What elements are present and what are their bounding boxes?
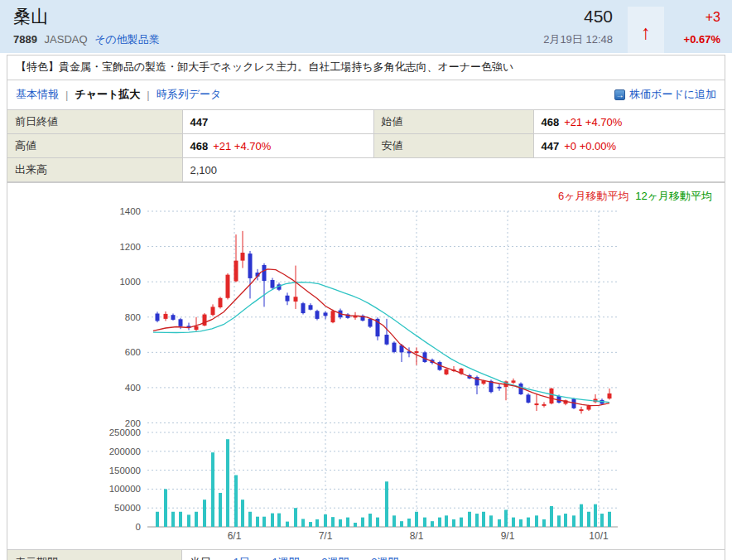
tab-chart-enlarge: チャート拡大 [75,87,140,102]
display-period-row: 表示期間 当日 ・1日 ・1週間 ・2週間 ・3週間 [7,549,725,560]
svg-text:0: 0 [136,522,141,532]
svg-text:50000: 50000 [114,503,141,513]
stock-chart-svg: 1400120010008006004002002500002000001500… [7,183,725,548]
svg-text:150000: 150000 [109,466,141,476]
svg-text:8/1: 8/1 [410,530,424,542]
period-separator: ・ [259,556,270,560]
svg-text:600: 600 [125,347,141,357]
price-change: +3 [669,8,720,27]
label-low: 安値 [373,134,533,158]
period-separator: ・ [309,556,320,560]
tab-time-series[interactable]: 時系列データ [157,87,222,102]
svg-text:400: 400 [125,383,141,393]
table-row: 高値 468+21 +4.70% 安値 447+0 +0.00% [7,134,725,158]
stock-identity: 桑山 7889 JASDAQ その他製品業 [13,7,160,53]
table-row: 前日終値 447 始値 468+21 +4.70% [7,110,725,134]
add-to-board-link[interactable]: → 株価ボードに追加 [614,87,716,102]
stock-header: 桑山 7889 JASDAQ その他製品業 450 2月19日 12:48 ↑ … [0,0,732,55]
period-option-1day[interactable]: 1日 [234,556,250,560]
svg-text:1200: 1200 [119,242,141,252]
stock-market: JASDAQ [45,33,88,46]
svg-text:1400: 1400 [119,206,141,216]
table-row: 出来高 2,100 [7,158,725,182]
price-direction-box: ↑ [628,7,664,53]
value-open: 468+21 +4.70% [533,110,725,134]
current-price: 450 [543,7,613,27]
stock-code-line: 7889 JASDAQ その他製品業 [13,32,160,47]
value-high: 468+21 +4.70% [182,134,373,158]
svg-text:6/1: 6/1 [228,530,242,542]
period-option-3week[interactable]: 3週間 [371,556,398,560]
value-low: 447+0 +0.00% [533,134,725,158]
value-prev-close: 447 [182,110,373,134]
svg-text:1000: 1000 [119,277,141,287]
svg-text:250000: 250000 [109,427,141,437]
content-box: 【特色】貴金属・宝飾品の製造・卸大手でネックレス主力。自社工場持ち多角化志向、オ… [7,55,725,560]
label-open: 始値 [373,110,533,134]
company-feature-text: 【特色】貴金属・宝飾品の製造・卸大手でネックレス主力。自社工場持ち多角化志向、オ… [7,55,725,80]
svg-text:200000: 200000 [109,447,141,456]
svg-text:9/1: 9/1 [501,530,515,542]
svg-text:800: 800 [125,312,141,322]
period-option-1week[interactable]: 1週間 [272,556,299,560]
period-option-2week[interactable]: 2週間 [321,556,349,560]
nav-tabs: 基本情報 | チャート拡大 | 時系列データ → 株価ボードに追加 [7,80,725,109]
label-prev-close: 前日終値 [7,110,182,134]
quote-datetime: 2月19日 12:48 [543,32,613,47]
value-volume: 2,100 [182,158,725,182]
industry-link[interactable]: その他製品業 [94,33,160,46]
label-volume: 出来高 [7,158,182,182]
add-arrow-icon: → [614,89,625,100]
up-arrow-icon: ↑ [641,22,651,42]
tab-basic-info[interactable]: 基本情報 [16,87,59,102]
display-period-label: 表示期間 [7,550,182,560]
stock-name: 桑山 [13,7,160,27]
svg-text:10/1: 10/1 [589,530,609,542]
svg-text:7/1: 7/1 [319,530,333,542]
svg-text:100000: 100000 [109,484,141,494]
period-option-current: 当日 [190,556,211,560]
stock-chart: 6ヶ月移動平均 12ヶ月移動平均 14001200100080060040020… [7,182,725,549]
period-separator: ・ [221,556,232,560]
svg-text:200: 200 [125,418,141,428]
label-high: 高値 [7,134,182,158]
price-summary: 450 2月19日 12:48 ↑ +3 +0.67% [543,7,720,53]
price-change-percent: +0.67% [669,33,720,46]
tab-separator: | [147,89,149,101]
tab-separator: | [65,89,68,101]
display-period-options: 当日 ・1日 ・1週間 ・2週間 ・3週間 [182,550,406,560]
period-separator: ・ [359,556,369,560]
stock-code: 7889 [13,33,37,46]
quote-table: 前日終値 447 始値 468+21 +4.70% 高値 468+21 +4.7… [7,109,725,182]
add-to-board-label: 株価ボードに追加 [629,87,716,102]
